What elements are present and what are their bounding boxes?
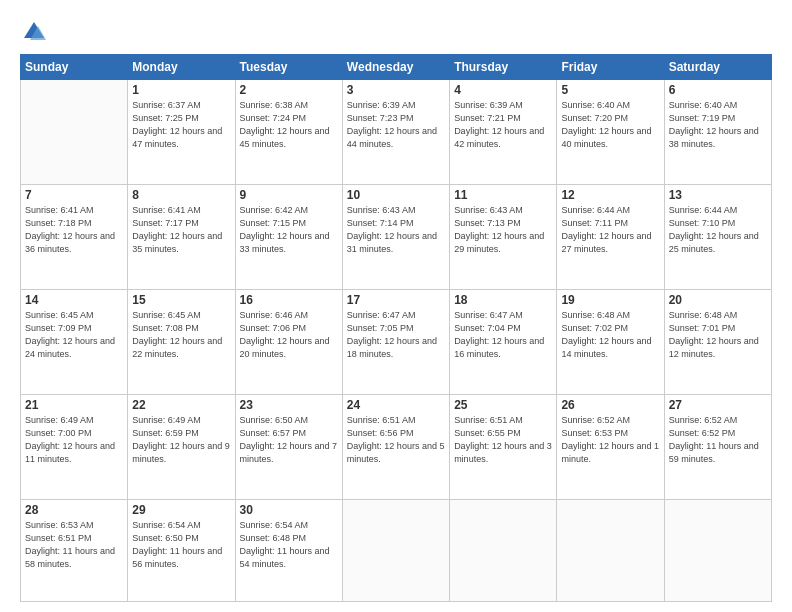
logo — [20, 18, 52, 46]
calendar-cell: 9Sunrise: 6:42 AM Sunset: 7:15 PM Daylig… — [235, 184, 342, 289]
calendar-cell: 10Sunrise: 6:43 AM Sunset: 7:14 PM Dayli… — [342, 184, 449, 289]
page: SundayMondayTuesdayWednesdayThursdayFrid… — [0, 0, 792, 612]
calendar-cell: 11Sunrise: 6:43 AM Sunset: 7:13 PM Dayli… — [450, 184, 557, 289]
day-info: Sunrise: 6:47 AM Sunset: 7:05 PM Dayligh… — [347, 309, 445, 361]
day-number: 28 — [25, 503, 123, 517]
day-info: Sunrise: 6:41 AM Sunset: 7:18 PM Dayligh… — [25, 204, 123, 256]
day-info: Sunrise: 6:54 AM Sunset: 6:48 PM Dayligh… — [240, 519, 338, 571]
calendar-cell — [664, 499, 771, 601]
day-number: 23 — [240, 398, 338, 412]
day-number: 25 — [454, 398, 552, 412]
calendar-cell: 24Sunrise: 6:51 AM Sunset: 6:56 PM Dayli… — [342, 394, 449, 499]
day-info: Sunrise: 6:49 AM Sunset: 6:59 PM Dayligh… — [132, 414, 230, 466]
day-info: Sunrise: 6:44 AM Sunset: 7:10 PM Dayligh… — [669, 204, 767, 256]
day-number: 29 — [132, 503, 230, 517]
calendar-cell: 22Sunrise: 6:49 AM Sunset: 6:59 PM Dayli… — [128, 394, 235, 499]
day-number: 5 — [561, 83, 659, 97]
calendar-cell: 20Sunrise: 6:48 AM Sunset: 7:01 PM Dayli… — [664, 289, 771, 394]
calendar-cell: 1Sunrise: 6:37 AM Sunset: 7:25 PM Daylig… — [128, 80, 235, 185]
day-info: Sunrise: 6:47 AM Sunset: 7:04 PM Dayligh… — [454, 309, 552, 361]
day-number: 15 — [132, 293, 230, 307]
calendar-cell: 27Sunrise: 6:52 AM Sunset: 6:52 PM Dayli… — [664, 394, 771, 499]
day-info: Sunrise: 6:48 AM Sunset: 7:01 PM Dayligh… — [669, 309, 767, 361]
weekday-header-tuesday: Tuesday — [235, 55, 342, 80]
calendar-cell: 5Sunrise: 6:40 AM Sunset: 7:20 PM Daylig… — [557, 80, 664, 185]
week-row-2: 7Sunrise: 6:41 AM Sunset: 7:18 PM Daylig… — [21, 184, 772, 289]
day-number: 12 — [561, 188, 659, 202]
day-number: 2 — [240, 83, 338, 97]
week-row-3: 14Sunrise: 6:45 AM Sunset: 7:09 PM Dayli… — [21, 289, 772, 394]
day-number: 19 — [561, 293, 659, 307]
day-number: 3 — [347, 83, 445, 97]
calendar-cell: 26Sunrise: 6:52 AM Sunset: 6:53 PM Dayli… — [557, 394, 664, 499]
day-info: Sunrise: 6:48 AM Sunset: 7:02 PM Dayligh… — [561, 309, 659, 361]
day-number: 20 — [669, 293, 767, 307]
day-number: 1 — [132, 83, 230, 97]
day-info: Sunrise: 6:50 AM Sunset: 6:57 PM Dayligh… — [240, 414, 338, 466]
day-number: 14 — [25, 293, 123, 307]
day-info: Sunrise: 6:45 AM Sunset: 7:08 PM Dayligh… — [132, 309, 230, 361]
day-info: Sunrise: 6:40 AM Sunset: 7:19 PM Dayligh… — [669, 99, 767, 151]
day-info: Sunrise: 6:52 AM Sunset: 6:53 PM Dayligh… — [561, 414, 659, 466]
calendar-cell: 2Sunrise: 6:38 AM Sunset: 7:24 PM Daylig… — [235, 80, 342, 185]
day-info: Sunrise: 6:52 AM Sunset: 6:52 PM Dayligh… — [669, 414, 767, 466]
calendar-cell: 25Sunrise: 6:51 AM Sunset: 6:55 PM Dayli… — [450, 394, 557, 499]
day-number: 27 — [669, 398, 767, 412]
day-info: Sunrise: 6:53 AM Sunset: 6:51 PM Dayligh… — [25, 519, 123, 571]
calendar-table: SundayMondayTuesdayWednesdayThursdayFrid… — [20, 54, 772, 602]
day-info: Sunrise: 6:39 AM Sunset: 7:21 PM Dayligh… — [454, 99, 552, 151]
weekday-header-sunday: Sunday — [21, 55, 128, 80]
day-info: Sunrise: 6:39 AM Sunset: 7:23 PM Dayligh… — [347, 99, 445, 151]
day-info: Sunrise: 6:41 AM Sunset: 7:17 PM Dayligh… — [132, 204, 230, 256]
weekday-header-row: SundayMondayTuesdayWednesdayThursdayFrid… — [21, 55, 772, 80]
calendar-cell: 19Sunrise: 6:48 AM Sunset: 7:02 PM Dayli… — [557, 289, 664, 394]
calendar-cell: 23Sunrise: 6:50 AM Sunset: 6:57 PM Dayli… — [235, 394, 342, 499]
calendar-cell: 6Sunrise: 6:40 AM Sunset: 7:19 PM Daylig… — [664, 80, 771, 185]
day-number: 8 — [132, 188, 230, 202]
day-info: Sunrise: 6:37 AM Sunset: 7:25 PM Dayligh… — [132, 99, 230, 151]
header — [20, 18, 772, 46]
weekday-header-monday: Monday — [128, 55, 235, 80]
day-info: Sunrise: 6:51 AM Sunset: 6:55 PM Dayligh… — [454, 414, 552, 466]
calendar-cell: 14Sunrise: 6:45 AM Sunset: 7:09 PM Dayli… — [21, 289, 128, 394]
calendar-cell: 17Sunrise: 6:47 AM Sunset: 7:05 PM Dayli… — [342, 289, 449, 394]
calendar-cell — [342, 499, 449, 601]
day-info: Sunrise: 6:38 AM Sunset: 7:24 PM Dayligh… — [240, 99, 338, 151]
day-info: Sunrise: 6:51 AM Sunset: 6:56 PM Dayligh… — [347, 414, 445, 466]
day-number: 30 — [240, 503, 338, 517]
day-number: 10 — [347, 188, 445, 202]
calendar-cell — [450, 499, 557, 601]
day-info: Sunrise: 6:44 AM Sunset: 7:11 PM Dayligh… — [561, 204, 659, 256]
weekday-header-saturday: Saturday — [664, 55, 771, 80]
logo-icon — [20, 18, 48, 46]
day-number: 7 — [25, 188, 123, 202]
day-number: 18 — [454, 293, 552, 307]
day-number: 6 — [669, 83, 767, 97]
day-info: Sunrise: 6:42 AM Sunset: 7:15 PM Dayligh… — [240, 204, 338, 256]
calendar-cell: 29Sunrise: 6:54 AM Sunset: 6:50 PM Dayli… — [128, 499, 235, 601]
calendar-cell: 16Sunrise: 6:46 AM Sunset: 7:06 PM Dayli… — [235, 289, 342, 394]
calendar-cell — [21, 80, 128, 185]
day-number: 17 — [347, 293, 445, 307]
day-number: 16 — [240, 293, 338, 307]
calendar-cell: 13Sunrise: 6:44 AM Sunset: 7:10 PM Dayli… — [664, 184, 771, 289]
day-info: Sunrise: 6:43 AM Sunset: 7:13 PM Dayligh… — [454, 204, 552, 256]
calendar-cell — [557, 499, 664, 601]
day-number: 21 — [25, 398, 123, 412]
calendar-cell: 21Sunrise: 6:49 AM Sunset: 7:00 PM Dayli… — [21, 394, 128, 499]
calendar-cell: 3Sunrise: 6:39 AM Sunset: 7:23 PM Daylig… — [342, 80, 449, 185]
day-number: 22 — [132, 398, 230, 412]
calendar-cell: 4Sunrise: 6:39 AM Sunset: 7:21 PM Daylig… — [450, 80, 557, 185]
weekday-header-thursday: Thursday — [450, 55, 557, 80]
calendar-cell: 12Sunrise: 6:44 AM Sunset: 7:11 PM Dayli… — [557, 184, 664, 289]
day-number: 26 — [561, 398, 659, 412]
day-info: Sunrise: 6:43 AM Sunset: 7:14 PM Dayligh… — [347, 204, 445, 256]
calendar-cell: 30Sunrise: 6:54 AM Sunset: 6:48 PM Dayli… — [235, 499, 342, 601]
day-info: Sunrise: 6:46 AM Sunset: 7:06 PM Dayligh… — [240, 309, 338, 361]
day-number: 4 — [454, 83, 552, 97]
day-number: 24 — [347, 398, 445, 412]
day-number: 13 — [669, 188, 767, 202]
day-info: Sunrise: 6:40 AM Sunset: 7:20 PM Dayligh… — [561, 99, 659, 151]
calendar-cell: 15Sunrise: 6:45 AM Sunset: 7:08 PM Dayli… — [128, 289, 235, 394]
calendar-cell: 7Sunrise: 6:41 AM Sunset: 7:18 PM Daylig… — [21, 184, 128, 289]
